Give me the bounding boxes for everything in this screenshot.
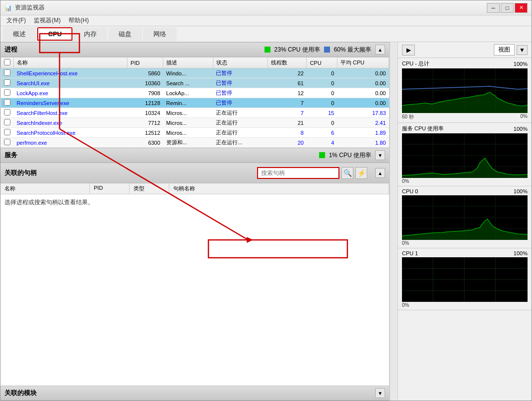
row-checkbox[interactable]: [1, 68, 14, 78]
cpu-total-svg: [402, 68, 528, 113]
cpu1-chart: [402, 257, 528, 302]
max-freq-label: 60% 最大频率: [334, 46, 371, 54]
tab-disk[interactable]: 磁盘: [108, 27, 142, 41]
tab-network[interactable]: 网络: [143, 27, 177, 41]
handles-col-pid[interactable]: PID: [90, 183, 130, 194]
process-table-container[interactable]: 名称 PID 描述 状态 线程数 CPU 平均 CPU: [0, 57, 389, 148]
window-icon: 📊: [4, 4, 12, 11]
row-checkbox[interactable]: [1, 108, 14, 118]
minimize-button[interactable]: ─: [487, 3, 500, 13]
service-cpu-label: 服务 CPU 使用率: [402, 125, 444, 132]
window-controls: ─ □ ✕: [487, 3, 528, 13]
menu-bar: 文件(F) 监视器(M) 帮助(H): [0, 15, 532, 26]
left-panel-scrollbar[interactable]: [390, 42, 398, 401]
row-checkbox[interactable]: [1, 88, 14, 98]
table-row[interactable]: SearchFilterHost.exe 10324 Micros... 正在运…: [1, 108, 389, 118]
modules-section: 关联的模块 ▼: [0, 386, 389, 401]
close-button[interactable]: ✕: [515, 3, 528, 13]
left-panel: 进程 23% CPU 使用率 60% 最大频率 ▲: [0, 42, 390, 401]
view-select: 视图 ▼: [494, 44, 528, 56]
tab-cpu[interactable]: CPU: [37, 27, 72, 41]
row-cpu: 0: [307, 68, 337, 78]
process-section-header[interactable]: 进程 23% CPU 使用率 60% 最大频率 ▲: [0, 42, 389, 57]
row-avg-cpu: 1.89: [337, 128, 389, 138]
row-status: 正在运行: [213, 128, 268, 138]
col-cpu[interactable]: CPU: [307, 57, 337, 68]
service-cpu-chart-bottom: 0%: [402, 178, 528, 184]
service-cpu-chart-header: 服务 CPU 使用率 100%: [402, 125, 528, 132]
table-row[interactable]: SearchProtocolHost.exe 12512 Micros... 正…: [1, 128, 389, 138]
select-all-checkbox[interactable]: [4, 59, 10, 65]
handles-col-name[interactable]: 名称: [0, 183, 90, 194]
row-status: 已暂停: [213, 68, 268, 78]
cpu-total-chart-bottom: 60 秒 0%: [402, 114, 528, 120]
row-checkbox[interactable]: [1, 118, 14, 128]
row-threads: 7: [268, 108, 307, 118]
row-pid: 10360: [128, 78, 163, 88]
col-desc[interactable]: 描述: [163, 57, 213, 68]
row-checkbox[interactable]: [1, 128, 14, 138]
view-label[interactable]: 视图: [494, 44, 515, 56]
modules-collapse-btn[interactable]: ▼: [375, 388, 385, 398]
tab-memory[interactable]: 内存: [73, 27, 107, 41]
services-collapse-btn[interactable]: ▼: [375, 150, 385, 160]
table-row[interactable]: ShellExperienceHost.exe 5860 Windo... 已暂…: [1, 68, 389, 78]
row-pid: 6300: [128, 138, 163, 148]
col-status[interactable]: 状态: [213, 57, 268, 68]
cpu1-percent: 100%: [514, 250, 528, 256]
col-threads[interactable]: 线程数: [268, 57, 307, 68]
tab-overview[interactable]: 概述: [2, 27, 36, 41]
row-cpu: 6: [307, 128, 337, 138]
table-row[interactable]: SearchIndexer.exe 7712 Micros... 正在运行 21…: [1, 118, 389, 128]
service-cpu-chart-section: 服务 CPU 使用率 100%: [398, 123, 532, 186]
maximize-button[interactable]: □: [501, 3, 514, 13]
col-checkbox[interactable]: [1, 57, 14, 68]
title-bar: 📊 资源监视器 ─ □ ✕: [0, 0, 532, 15]
row-checkbox[interactable]: [1, 138, 14, 148]
modules-title: 关联的模块: [4, 389, 37, 398]
row-pid: 5860: [128, 68, 163, 78]
row-cpu: 0: [307, 88, 337, 98]
row-name: SearchProtocolHost.exe: [14, 128, 128, 138]
handles-col-type[interactable]: 类型: [130, 183, 169, 194]
menu-file[interactable]: 文件(F): [2, 15, 30, 26]
search-icon-btn[interactable]: 🔍: [341, 167, 353, 179]
services-title: 服务: [4, 151, 17, 160]
cpu-total-chart-section: CPU - 总计 100%: [398, 58, 532, 123]
row-threads: 7: [268, 98, 307, 108]
cpu-indicator-green: [265, 47, 270, 53]
handles-collapse-btn[interactable]: ▲: [375, 168, 385, 178]
row-name: SearchUI.exe: [14, 78, 128, 88]
table-row[interactable]: perfmon.exe 6300 资源和... 正在运行... 20 4 1.8…: [1, 138, 389, 148]
table-row[interactable]: LockApp.exe 7908 LockAp... 已暂停 12 0 0.00: [1, 88, 389, 98]
main-window: 📊 资源监视器 ─ □ ✕ 文件(F) 监视器(M) 帮助(H) 概述 CPU …: [0, 0, 532, 401]
handles-col-handle-name[interactable]: 句柄名称: [169, 183, 389, 194]
service-cpu-chart: [402, 133, 528, 178]
row-threads: 8: [268, 128, 307, 138]
handles-table-area: 名称 PID 类型 句柄名称 选择进程或搜索句柄以查看结果。: [0, 183, 389, 386]
menu-help[interactable]: 帮助(H): [65, 15, 93, 26]
row-checkbox[interactable]: [1, 78, 14, 88]
handles-search-input[interactable]: [257, 167, 339, 179]
handles-refresh-btn[interactable]: ⚡: [355, 167, 367, 179]
handles-section-header[interactable]: 关联的句柄 🔍 ⚡ ▲: [0, 163, 389, 183]
view-dropdown-arrow[interactable]: ▼: [517, 45, 528, 55]
play-button[interactable]: ▶: [402, 45, 415, 56]
row-name: perfmon.exe: [14, 138, 128, 148]
handles-search-row: 🔍 ⚡: [253, 165, 371, 181]
row-checkbox[interactable]: [1, 98, 14, 108]
row-threads: 21: [268, 118, 307, 128]
col-pid[interactable]: PID: [128, 57, 163, 68]
table-row[interactable]: SearchUI.exe 10360 Search ... 已暂停 61 0 0…: [1, 78, 389, 88]
process-collapse-btn[interactable]: ▲: [375, 45, 385, 55]
col-name[interactable]: 名称: [14, 57, 128, 68]
row-avg-cpu: 17.83: [337, 108, 389, 118]
cpu0-chart-bottom: 0%: [402, 240, 528, 246]
menu-monitor[interactable]: 监视器(M): [30, 15, 65, 26]
services-section-header[interactable]: 服务 1% CPU 使用率 ▼: [0, 148, 389, 163]
row-avg-cpu: 1.80: [337, 138, 389, 148]
modules-section-header[interactable]: 关联的模块 ▼: [0, 386, 389, 401]
col-avg-cpu[interactable]: 平均 CPU: [337, 57, 389, 68]
services-cpu-indicator: [319, 152, 325, 158]
table-row[interactable]: RemindersServer.exe 12128 Remin... 已暂停 7…: [1, 98, 389, 108]
